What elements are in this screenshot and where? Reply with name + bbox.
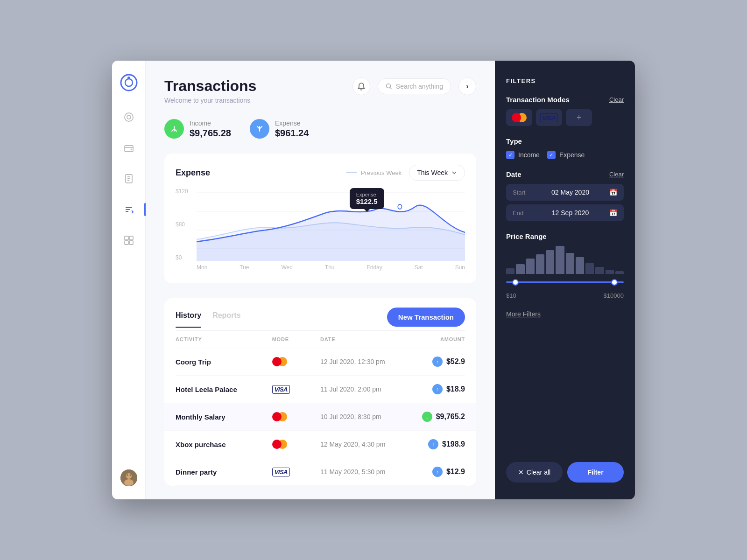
transactions-section: History Reports New Transaction Activity…	[164, 298, 476, 486]
row-date: 12 May 2020, 4:30 pm	[320, 441, 417, 448]
week-selector[interactable]: This Week	[409, 165, 465, 181]
page-header: Transactions Welcome to your transaction…	[164, 77, 476, 104]
income-type-label: Income	[518, 151, 540, 159]
legend-label: Previous Week	[361, 169, 402, 176]
amount-value: $198.9	[442, 440, 465, 448]
date-start-field[interactable]: Start 02 May 2020 📅	[506, 184, 624, 201]
calendar-icon-start: 📅	[609, 189, 617, 196]
sidebar-item-wallet[interactable]	[120, 139, 138, 157]
row-mode: VISA	[272, 385, 320, 394]
chart-header: Expense Previous Week This Week	[176, 165, 465, 181]
price-range-chart	[506, 246, 624, 274]
price-max-label: $10000	[604, 292, 624, 299]
sidebar	[112, 61, 146, 499]
income-stat: Income $9,765.28	[164, 119, 231, 139]
col-activity: Activity	[176, 336, 272, 342]
row-mode	[272, 412, 320, 421]
table-row[interactable]: Xbox purchase 12 May 2020, 4:30 pm ↑ $19…	[176, 431, 465, 458]
amount-value: $18.9	[446, 385, 465, 393]
row-amount: ↑ $18.9	[417, 384, 465, 394]
notifications-button[interactable]	[352, 77, 370, 95]
mastercard-icon	[272, 412, 287, 421]
col-date: Date	[320, 336, 417, 342]
sidebar-item-grid[interactable]	[120, 231, 138, 249]
price-bar-5	[546, 250, 554, 274]
mode-mastercard-badge[interactable]	[506, 109, 532, 126]
type-expense[interactable]: ✓ Expense	[547, 151, 585, 159]
sidebar-item-documents[interactable]	[120, 170, 138, 188]
forward-button[interactable]: ›	[458, 77, 476, 95]
x-label-wed: Wed	[281, 264, 292, 271]
x-label-sun: Sun	[455, 264, 465, 271]
income-icon	[164, 119, 184, 139]
app-logo[interactable]	[120, 74, 138, 91]
date-row: Start 02 May 2020 📅 End 12 Sep 2020 📅	[506, 184, 624, 221]
table-row[interactable]: Dinner party VISA 11 May 2020, 5:30 pm ↑…	[176, 458, 465, 486]
calendar-icon-end: 📅	[609, 209, 617, 217]
svg-point-15	[127, 475, 128, 476]
filter-modes-header: Transaction Modes Clear	[506, 96, 624, 104]
table-row[interactable]: Monthly Salary 10 Jul 2020, 8:30 pm ↓ $9…	[164, 403, 476, 431]
mastercard-icon	[272, 357, 287, 366]
x-label-mon: Mon	[197, 264, 207, 271]
y-label-120: $120	[176, 188, 194, 195]
new-transaction-button[interactable]: New Transaction	[387, 308, 465, 327]
more-filters-link[interactable]: More Filters	[506, 310, 624, 318]
header-actions: Search anything ›	[352, 77, 476, 95]
search-bar[interactable]: Search anything	[378, 78, 451, 94]
svg-point-2	[127, 77, 130, 79]
week-selector-label: This Week	[417, 169, 448, 176]
tab-history[interactable]: History	[176, 311, 201, 327]
start-label: Start	[513, 189, 531, 196]
filters-panel: FILTERS Transaction Modes Clear VISA +	[495, 61, 635, 499]
price-bar-4	[536, 254, 544, 274]
tab-reports[interactable]: Reports	[212, 311, 240, 327]
sidebar-navigation	[120, 108, 138, 469]
date-end-field[interactable]: End 12 Sep 2020 📅	[506, 204, 624, 221]
filter-footer: ✕ Clear all Filter	[506, 462, 624, 483]
amount-direction-icon: ↑	[428, 439, 438, 449]
price-range-track[interactable]	[506, 281, 624, 283]
row-mode	[272, 440, 320, 449]
filter-button[interactable]: Filter	[567, 462, 624, 483]
mode-visa-badge[interactable]: VISA	[536, 109, 562, 126]
visa-icon: VISA	[272, 468, 290, 476]
amount-value: $52.9	[446, 357, 465, 366]
price-bar-1	[506, 268, 514, 274]
modes-title: Transaction Modes	[506, 96, 570, 104]
row-date: 11 Jul 2020, 2:00 pm	[320, 385, 417, 393]
income-checkbox[interactable]: ✓	[506, 151, 514, 159]
svg-point-13	[126, 473, 132, 479]
modes-clear-link[interactable]: Clear	[609, 96, 624, 103]
type-income[interactable]: ✓ Income	[506, 151, 540, 159]
income-label: Income	[190, 119, 231, 127]
expense-stat: Expense $961.24	[250, 119, 309, 139]
svg-point-6	[130, 149, 132, 150]
price-handle-min[interactable]	[512, 279, 519, 286]
sidebar-item-transactions[interactable]	[120, 201, 138, 218]
chart-legend: Previous Week	[346, 169, 402, 176]
clear-all-button[interactable]: ✕ Clear all	[506, 462, 563, 483]
date-clear-link[interactable]: Clear	[609, 171, 624, 178]
x-label-fri: Friday	[366, 264, 382, 271]
table-row[interactable]: Hotel Leela Palace VISA 11 Jul 2020, 2:0…	[176, 376, 465, 403]
mode-add-badge[interactable]: +	[566, 109, 592, 126]
visa-icon: VISA	[272, 385, 290, 394]
table-header: Activity Mode Date Amount	[176, 331, 465, 348]
price-handle-max[interactable]	[611, 279, 618, 286]
amount-value: $12.9	[446, 468, 465, 476]
expense-label: Expense	[275, 119, 309, 127]
user-avatar[interactable]	[120, 469, 137, 486]
amount-direction-icon: ↑	[432, 357, 443, 367]
svg-point-14	[124, 479, 134, 486]
header-text: Transactions Welcome to your transaction…	[164, 77, 256, 104]
expense-details: Expense $961.24	[275, 119, 309, 139]
expense-chart: Expense Previous Week This Week	[164, 154, 476, 283]
table-row[interactable]: Coorg Trip 12 Jul 2020, 12:30 pm ↑ $52.9	[176, 348, 465, 376]
chart-title: Expense	[176, 168, 210, 178]
sidebar-item-dashboard[interactable]	[120, 108, 138, 126]
transaction-modes: VISA +	[506, 109, 624, 126]
chart-svg-container: Expense $122.5	[197, 188, 465, 261]
expense-checkbox[interactable]: ✓	[547, 151, 556, 159]
expense-value: $961.24	[275, 128, 309, 139]
